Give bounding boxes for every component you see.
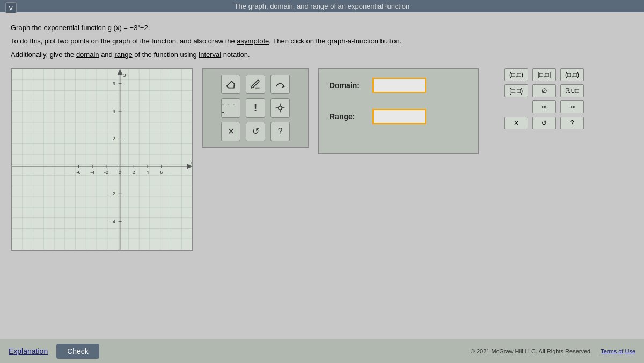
range-input[interactable] [372, 109, 426, 124]
collapse-button[interactable]: v [5, 2, 17, 13]
bracket-paren-interval-btn[interactable]: [□,□) [504, 84, 528, 97]
domain-underline: domain [76, 50, 99, 59]
bottom-bar: Explanation Check © 2021 McGraw Hill LLC… [0, 339, 644, 363]
svg-text:2: 2 [113, 136, 115, 141]
svg-text:6: 6 [160, 169, 163, 175]
eraser-tool[interactable] [221, 75, 240, 94]
domain-range-panel: Domain: Range: [318, 68, 479, 154]
toolbar-area: - - - - ! [202, 68, 309, 148]
neg-infinity-btn[interactable]: -∞ [560, 100, 584, 113]
top-bar: v The graph, domain, and range of an exp… [0, 0, 644, 12]
main-content: Graph the exponential function g (x) = −… [0, 12, 644, 256]
main-area: 0 2 4 6 -2 -4 -6 x 2 4 6 -2 [11, 68, 633, 251]
domain-label: Domain: [330, 81, 367, 90]
svg-text:0: 0 [119, 169, 121, 175]
notation-panel: (□,□) [□,□] (□,□) [□,□) ∅ ℝ∪□ ∞ -∞ ✕ ↺ ? [487, 68, 584, 129]
dashes-tool[interactable]: - - - - [221, 98, 240, 118]
svg-text:-6: -6 [77, 169, 81, 175]
notation-row-1: (□,□) [□,□] (□,□) [487, 68, 584, 81]
svg-text:6: 6 [113, 81, 115, 86]
explanation-link[interactable]: Explanation [9, 347, 48, 355]
svg-text:-2: -2 [111, 191, 115, 197]
exponential-underline: exponential function [43, 24, 106, 32]
instruction-line2: To do this, plot two points on the graph… [11, 36, 633, 47]
range-row: Range: [330, 109, 467, 124]
instruction-line3: Additionally, give the domain and range … [11, 49, 633, 61]
toolbar-row-1 [221, 75, 290, 94]
notation-help-btn[interactable]: ? [560, 117, 584, 129]
top-bar-title: The graph, domain, and range of an expon… [235, 2, 410, 10]
graph-svg[interactable]: 0 2 4 6 -2 -4 -6 x 2 4 6 -2 [12, 69, 192, 250]
range-underline: range [114, 50, 132, 59]
copyright-text: © 2021 McGraw Hill LLC. All Rights Reser… [471, 348, 592, 354]
pencil-tool[interactable] [246, 75, 265, 94]
notation-row-3: ∞ -∞ [487, 100, 584, 113]
notation-row-2: [□,□) ∅ ℝ∪□ [487, 84, 584, 97]
toolbar-row-3: ✕ ↺ ? [221, 122, 290, 141]
notation-delete-btn[interactable]: ✕ [504, 117, 528, 129]
svg-text:-4: -4 [90, 169, 94, 175]
curve-tool[interactable] [270, 75, 290, 94]
delete-tool[interactable]: ✕ [221, 122, 240, 141]
svg-marker-35 [118, 69, 123, 75]
svg-text:2: 2 [133, 169, 135, 175]
svg-text:4: 4 [113, 108, 115, 114]
graph-container[interactable]: 0 2 4 6 -2 -4 -6 x 2 4 6 -2 [11, 68, 193, 251]
svg-text:-2: -2 [104, 169, 108, 175]
interval-underline: interval [199, 50, 221, 59]
crosshair-tool[interactable] [270, 98, 290, 118]
open-paren-interval-btn[interactable]: (□,□) [504, 68, 528, 81]
svg-text:4: 4 [147, 169, 149, 175]
terms-link[interactable]: Terms of Use [601, 348, 635, 354]
domain-row: Domain: [330, 78, 467, 93]
infinity-btn[interactable]: ∞ [532, 100, 556, 113]
asymptote-underline: asymptote [237, 37, 269, 45]
svg-text:x: x [190, 159, 192, 165]
instructions: Graph the exponential function g (x) = −… [11, 22, 633, 61]
paren-interval2-btn[interactable]: (□,□) [560, 68, 584, 81]
svg-point-61 [279, 106, 282, 110]
help-tool[interactable]: ? [270, 122, 290, 141]
undo-tool[interactable]: ↺ [246, 122, 265, 141]
check-button[interactable]: Check [56, 344, 99, 359]
notation-undo-btn[interactable]: ↺ [532, 117, 556, 129]
bracket-interval-btn[interactable]: [□,□] [532, 68, 556, 81]
toolbar-row-2: - - - - ! [221, 98, 290, 118]
instruction-line1: Graph the exponential function g (x) = −… [11, 22, 633, 34]
exclaim-tool[interactable]: ! [246, 98, 265, 118]
svg-text:-4: -4 [111, 219, 115, 224]
empty-set-btn[interactable]: ∅ [532, 84, 556, 97]
all-reals-btn[interactable]: ℝ∪□ [560, 84, 584, 97]
domain-input[interactable] [372, 78, 426, 93]
svg-text:3: 3 [123, 72, 126, 78]
range-label: Range: [330, 112, 367, 121]
notation-row-4: ✕ ↺ ? [487, 117, 584, 129]
toolbar-box: - - - - ! [202, 68, 309, 148]
